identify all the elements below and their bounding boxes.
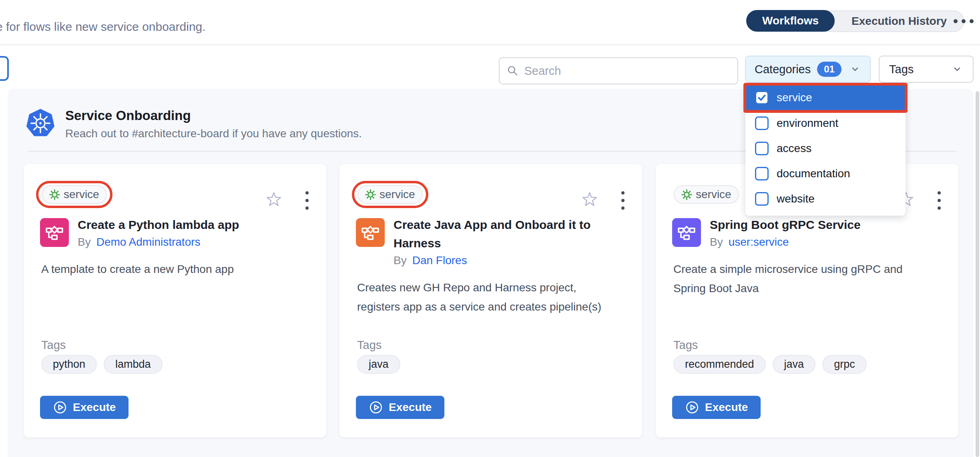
dropdown-item-environment[interactable]: environment [745,110,906,136]
gear-icon [49,189,60,200]
execute-label: Execute [705,401,748,414]
tags-section-label: Tags [673,339,698,352]
card-title: Spring Boot gRPC Service [710,216,861,234]
page-description-text: e for flows like new service onboarding. [0,20,206,34]
search-box [499,57,738,84]
author-link[interactable]: user:service [729,236,789,249]
card-title: Create a Python lambda app [78,216,239,234]
checkbox-unchecked-icon[interactable] [755,167,769,180]
kubernetes-icon [26,108,55,138]
category-chip: service [42,185,107,204]
categories-dropdown-menu: service environment access documentation… [745,85,906,216]
checkbox-unchecked-icon[interactable] [755,116,769,130]
vertical-scrollbar[interactable] [976,91,979,457]
tags-dropdown-button[interactable]: Tags [879,56,974,83]
card-title: Create Java App and Onboard it to Harnes… [394,216,618,253]
card-description: Create a simple microservice using gRPC … [673,260,938,298]
tags-section-label: Tags [41,339,66,352]
dropdown-item-documentation[interactable]: documentation [745,161,906,186]
tab-execution-history[interactable]: Execution History [835,15,964,28]
dropdown-item-label: website [777,192,815,205]
view-toggle: Workflows Execution History [746,10,964,32]
card-description: Creates new GH Repo and Harness project,… [357,278,621,317]
workflow-card[interactable]: service Create Java App and Onboard [339,164,642,437]
author-link[interactable]: Dan Flores [412,254,467,267]
gear-icon [365,189,376,200]
section-subtitle: Reach out to #architecture-board if you … [65,127,362,140]
play-icon [685,400,699,415]
dropdown-item-label: environment [777,117,838,130]
workflow-card[interactable]: service Create a Python lambda app [24,164,326,437]
execute-button[interactable]: Execute [40,396,129,419]
tag-chip: python [41,355,97,374]
tag-chip: java [773,355,816,374]
play-icon [53,400,67,415]
categories-count-badge: 01 [817,62,841,77]
tag-chip: grpc [822,355,867,374]
execute-label: Execute [389,401,432,414]
tab-workflows[interactable]: Workflows [746,10,835,32]
execute-button[interactable]: Execute [356,396,444,419]
card-description: A template to create a new Python app [41,260,305,279]
gear-icon [681,189,692,200]
dropdown-item-website[interactable]: website [745,186,906,211]
by-label: By [394,254,407,267]
author-link[interactable]: Demo Administrators [96,236,201,249]
checkbox-unchecked-icon[interactable] [755,192,769,206]
chevron-down-icon [849,63,861,75]
workflow-icon [356,218,385,247]
tag-chip: lambda [104,355,163,374]
by-label: By [710,236,723,249]
execute-label: Execute [73,401,116,414]
chevron-down-icon [951,63,963,75]
card-menu-icon[interactable] [936,190,942,211]
more-menu-icon[interactable] [954,19,974,23]
star-icon[interactable] [581,190,598,207]
workflow-icon [40,218,69,247]
dropdown-item-service[interactable]: service [745,85,906,110]
checkbox-unchecked-icon[interactable] [755,142,769,155]
tag-chip: java [357,355,400,374]
play-icon [369,400,383,415]
star-icon[interactable] [265,190,282,207]
search-icon [507,64,519,77]
tag-chip: recommended [673,355,766,374]
category-chip: service [357,185,423,204]
dropdown-item-access[interactable]: access [745,136,906,161]
workflow-icon [672,218,701,247]
category-chip-label: service [64,188,99,201]
categories-label: Categories [755,63,811,76]
search-input[interactable] [524,64,731,78]
clipped-left-button[interactable] [0,56,9,81]
dropdown-item-label: access [777,142,811,155]
dropdown-item-label: service [777,91,812,104]
category-chip-label: service [380,188,415,201]
tags-section-label: Tags [357,339,382,352]
dropdown-item-label: documentation [777,167,850,180]
execute-button[interactable]: Execute [672,396,761,419]
by-label: By [78,236,91,249]
categories-dropdown-button[interactable]: Categories 01 [745,56,871,83]
annotation-highlight: service [36,181,112,208]
section-title: Service Onboarding [65,108,191,123]
tags-label: Tags [889,63,914,76]
card-menu-icon[interactable] [304,190,310,211]
category-chip-label: service [696,188,731,201]
category-chip: service [674,185,739,204]
checkbox-checked-icon[interactable] [755,91,769,104]
annotation-highlight: service [352,181,428,208]
card-menu-icon[interactable] [620,190,626,211]
category-chip-wrap: service [668,181,745,208]
